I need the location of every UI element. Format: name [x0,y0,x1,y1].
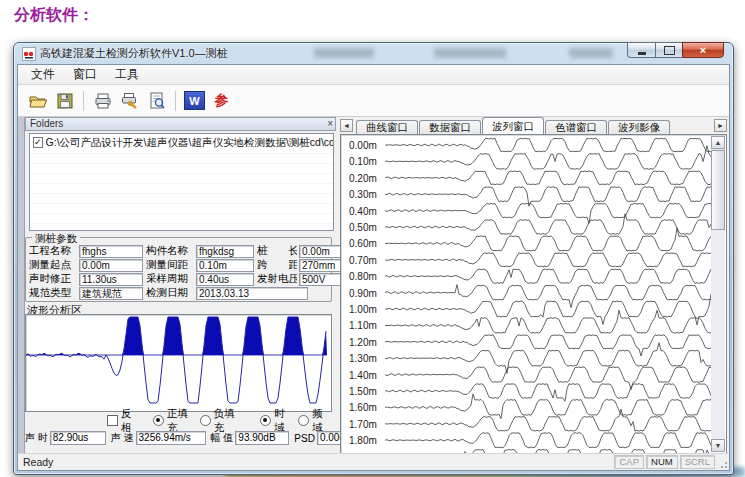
minimize-button[interactable] [627,42,655,58]
depth-label: 1.80m [349,435,385,446]
param-label: 测量间距 [146,258,194,272]
menu-item-1[interactable]: 窗口 [64,65,106,84]
title-bar[interactable]: 高铁建混凝土检测分析软件V1.0—测桩 × [14,43,733,64]
fill-radio-0[interactable] [153,415,164,426]
param-row: 测量起点0.00m测量间距0.10m跨 距270mm [29,258,330,272]
tab-1[interactable]: 数据窗口 [419,120,481,134]
tab-label: 色谱窗口 [555,121,597,133]
param-label: 测量起点 [29,258,77,272]
print-button[interactable] [90,89,115,113]
background-blur [314,48,374,58]
print-preview-icon [147,91,167,111]
tab-3[interactable]: 色谱窗口 [545,120,607,134]
word-export-button[interactable]: W [182,89,207,113]
readout-field[interactable]: 93.90dB [235,431,289,445]
param-field[interactable]: 2013.03.13 [196,287,308,300]
tab-4[interactable]: 波列影像 [608,120,670,134]
wave-train-area: 0.00m0.10m0.20m0.30m0.40m0.50m0.60m0.70m… [340,134,727,454]
readout-label: PSD [294,433,315,444]
app-window: 高铁建混凝土检测分析软件V1.0—测桩 × 文件窗口工具 [13,42,734,475]
window-title: 高铁建混凝土检测分析软件V1.0—测桩 [40,43,228,64]
minimize-icon [638,52,646,55]
folders-close-icon[interactable]: × [327,118,333,130]
invert-checkbox[interactable] [107,415,118,426]
param-label: 构件名称 [146,244,194,258]
background-blur [569,48,613,58]
open-button[interactable] [25,89,50,113]
scrollbar-down-button[interactable]: ▼ [711,439,725,452]
depth-label: 0.70m [349,255,385,266]
right-panel: ◄ 曲线窗口数据窗口波列窗口色谱窗口波列影像 ► 0.00m0.10m0.20m… [340,117,727,454]
status-cell-SCRL: SCRL [680,455,715,469]
param-field[interactable]: 0.40us [196,273,254,286]
tab-2[interactable]: 波列窗口 [482,117,544,134]
param-field[interactable]: 0.00m [79,259,143,272]
status-text: Ready [23,456,53,468]
app-icon [22,47,36,61]
tab-label: 波列窗口 [492,120,534,132]
param-field[interactable]: 建筑规范 [79,287,143,300]
param-field[interactable]: 0.10m [196,259,254,272]
status-bar: Ready CAPNUMSCRL [18,453,729,470]
param-field[interactable]: fhgkdsg [196,245,254,258]
param-field[interactable]: fhghs [79,245,143,258]
page-title: 分析软件： [14,5,94,26]
depth-label: 0.40m [349,206,385,217]
depth-label: 0.30m [349,189,385,200]
tabs: 曲线窗口数据窗口波列窗口色谱窗口波列影像 [356,117,711,134]
scrollbar-track[interactable]: ▲ ▼ [711,136,725,452]
param-label: 桩 长 [257,244,297,258]
close-button[interactable]: × [682,42,724,58]
param-label: 工程名称 [29,244,77,258]
maximize-icon [664,46,675,55]
left-panel: Folders × ✓ G:\公司产品设计开发\超声仪器\超声仪实地检测数据\测… [25,117,336,454]
scrollbar-up-button[interactable]: ▲ [711,136,725,149]
menu-item-0[interactable]: 文件 [22,65,64,84]
toolbar: W 参 [18,85,729,117]
depth-label: 1.30m [349,353,385,364]
item-checkbox[interactable]: ✓ [33,137,43,148]
waveform-controls: 反相正填充负填充时域频域 [107,414,336,427]
pile-params-grid: 工程名称fhghs构件名称fhgkdsg桩 长0.00m测量起点0.00m测量间… [29,244,330,300]
resize-grip[interactable] [716,457,728,469]
dock-gripper[interactable] [18,117,25,454]
word-icon: W [184,91,205,110]
print-icon [93,91,113,111]
tab-scroll-right-button[interactable]: ► [714,119,727,132]
folders-list[interactable]: ✓ G:\公司产品设计开发\超声仪器\超声仪实地检测数据\测桩cd\cd03\c… [29,133,334,231]
print-setup-button[interactable] [117,89,142,113]
depth-label: 0.90m [349,288,385,299]
save-button[interactable] [52,89,77,113]
readout-field[interactable]: 82.90us [50,431,106,445]
readout-label: 幅 值 [211,431,234,445]
tab-label: 波列影像 [618,121,660,133]
depth-label: 0.80m [349,271,385,282]
menu-item-2[interactable]: 工具 [106,65,148,84]
tab-scroll-left-button[interactable]: ◄ [340,119,353,132]
close-icon: × [700,44,706,56]
scrollbar-thumb[interactable] [711,150,725,230]
domain-radio-0[interactable] [260,415,271,426]
folders-list-item[interactable]: ✓ G:\公司产品设计开发\超声仪器\超声仪实地检测数据\测桩cd\cd03\c… [30,136,333,149]
params-button[interactable]: 参 [209,89,234,113]
param-row: 工程名称fhghs构件名称fhgkdsg桩 长0.00m [29,244,330,258]
wave-traces-svg [385,135,719,453]
depth-label: 0.50m [349,222,385,233]
depth-label: 0.20m [349,173,385,184]
folders-panel-title: Folders [30,118,63,129]
tab-0[interactable]: 曲线窗口 [356,120,418,134]
waveform-svg [26,315,327,409]
param-field[interactable]: 11.30us [79,273,143,286]
maximize-button[interactable] [655,42,682,58]
measurement-readouts: 声 时82.90us声 速3256.94m/s幅 值93.90dBPSD0.00… [25,430,336,446]
domain-radio-1[interactable] [298,415,309,426]
depth-label: 0.00m [349,140,385,151]
item-path: G:\公司产品设计开发\超声仪器\超声仪实地检测数据\测桩cd\cd03\cd0… [46,136,333,150]
readout-field[interactable]: 3256.94m/s [136,431,206,445]
folders-panel-header[interactable]: Folders × [25,117,336,131]
print-preview-button[interactable] [144,89,169,113]
readout-label: 声 速 [111,431,134,445]
param-label: 发射电压 [257,272,297,286]
tab-bar: ◄ 曲线窗口数据窗口波列窗口色谱窗口波列影像 ► [340,117,727,134]
fill-radio-1[interactable] [200,415,211,426]
